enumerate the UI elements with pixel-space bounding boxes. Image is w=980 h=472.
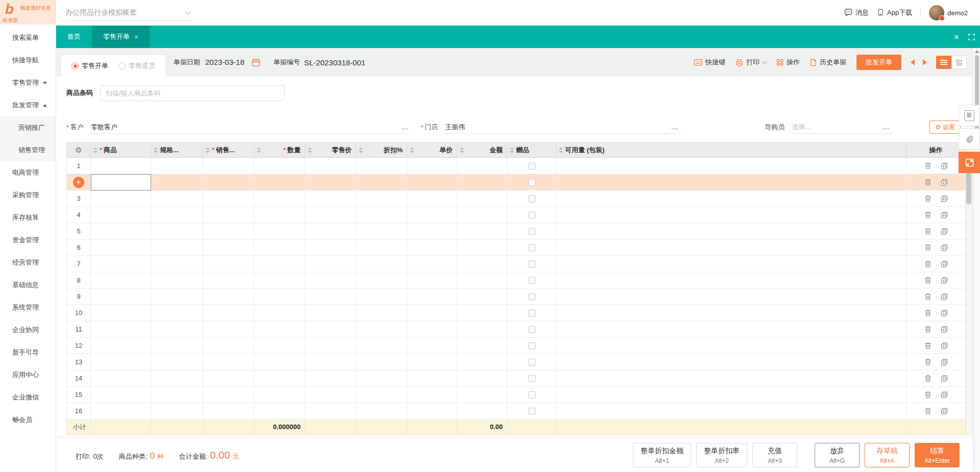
row-number[interactable]: 13 [66,354,91,370]
cell-r4-c1[interactable] [91,207,151,223]
app-download-button[interactable]: App下载 [877,8,912,18]
column-header-2[interactable]: 规格... [151,142,203,158]
row-number[interactable]: 6 [66,240,91,256]
cell-r1-c3[interactable] [203,158,254,174]
copy-row-icon[interactable] [941,211,948,219]
cell-r15-c5[interactable] [305,387,356,403]
wholesale-billing-button[interactable]: 批发开单 [856,55,901,70]
row-number[interactable]: 16 [66,403,91,419]
sidebar-item-17[interactable]: 畅会员 [0,409,56,431]
sidebar-item-12[interactable]: 系统管理 [0,296,56,319]
cell-r13-c11[interactable] [906,354,966,370]
attachment-button[interactable] [959,128,980,150]
cell-r9-c6[interactable] [356,289,407,305]
cell-r7-c2[interactable] [151,256,203,272]
cell-r8-c9[interactable] [507,272,556,289]
close-icon[interactable]: × [134,33,138,41]
row-number[interactable]: 11 [66,321,91,338]
cell-r13-c2[interactable] [151,354,203,370]
cell-r14-c2[interactable] [151,370,203,387]
sort-carets-icon[interactable] [460,147,464,153]
cell-r12-c10[interactable] [556,338,906,354]
cell-r1-c5[interactable] [305,158,356,174]
cell-r3-c8[interactable] [457,191,507,207]
settings-button[interactable]: ⚙ 设置 [929,121,961,134]
app-logo[interactable]: b 畅捷通好生意 标准版 [0,0,56,25]
cell-r11-c8[interactable] [457,321,507,338]
cell-r15-c2[interactable] [151,387,203,403]
copy-row-icon[interactable] [941,293,948,300]
account-set-dropdown[interactable]: 办公用品行业模拟账套 [65,5,192,21]
delete-row-icon[interactable] [924,407,932,415]
cell-r14-c8[interactable] [457,370,507,387]
cell-r12-c2[interactable] [151,338,203,354]
cell-r1-c7[interactable] [407,158,457,174]
row-number[interactable]: 1 [66,158,91,174]
cell-r2-c9[interactable] [507,174,556,191]
delete-row-icon[interactable] [924,244,932,251]
gift-checkbox[interactable] [528,293,535,300]
row-number[interactable]: 4 [66,207,91,223]
copy-row-icon[interactable] [941,261,948,268]
cell-r2-c1[interactable] [91,174,151,191]
gift-checkbox[interactable] [528,408,535,415]
cell-r8-c1[interactable] [91,272,151,289]
copy-row-icon[interactable] [941,408,948,415]
cell-r11-c7[interactable] [407,321,457,338]
cell-r5-c7[interactable] [407,223,457,240]
cell-r2-c2[interactable] [151,174,203,191]
cell-r7-c1[interactable] [91,256,151,272]
cell-r3-c10[interactable] [556,191,906,207]
cell-r15-c11[interactable] [906,387,966,403]
copy-row-icon[interactable] [941,359,948,366]
sort-carets-icon[interactable] [154,147,158,153]
cell-r4-c7[interactable] [407,207,457,223]
row-number[interactable]: 10 [66,305,91,321]
sidebar-item-8[interactable]: 库存核算 [0,206,56,229]
cell-r9-c1[interactable] [91,289,151,305]
cell-r3-c6[interactable] [356,191,407,207]
sidebar-item-4[interactable]: 营销推广 [0,116,56,139]
delete-row-icon[interactable] [924,293,932,300]
table-scrollbar-track[interactable] [966,240,972,256]
row-number[interactable]: 12 [66,338,91,354]
cell-r16-c10[interactable] [556,403,906,419]
cell-r1-c10[interactable] [556,158,906,174]
footer-button-2[interactable]: 充值Alt+3 [752,443,797,467]
cell-r10-c2[interactable] [151,305,203,321]
sort-carets-icon[interactable] [206,147,210,153]
cell-r12-c7[interactable] [407,338,457,354]
cell-r2-c3[interactable] [203,174,254,191]
table-scrollbar-track[interactable] [966,289,972,305]
cell-r3-c2[interactable] [151,191,203,207]
cell-r10-c8[interactable] [457,305,507,321]
cell-r14-c11[interactable] [906,370,966,387]
sidebar-item-6[interactable]: 电商管理 [0,161,56,184]
sort-carets-icon[interactable] [257,147,261,153]
cell-r9-c11[interactable] [906,289,966,305]
cell-r3-c7[interactable] [407,191,457,207]
cell-r7-c9[interactable] [507,256,556,272]
cell-r16-c1[interactable] [91,403,151,419]
cell-r13-c9[interactable] [507,354,556,370]
cell-r11-c4[interactable] [254,321,305,338]
gear-icon[interactable]: ⚙ [75,146,82,155]
cell-r14-c10[interactable] [556,370,906,387]
gift-checkbox[interactable] [528,342,535,349]
column-header-3[interactable]: *销售... [203,142,254,158]
gift-checkbox[interactable] [528,162,535,170]
cell-r16-c3[interactable] [203,403,254,419]
cell-r10-c3[interactable] [203,305,254,321]
row-number[interactable]: 9 [66,289,91,305]
cell-r6-c9[interactable] [507,240,556,256]
delete-row-icon[interactable] [924,276,932,284]
cell-r8-c11[interactable] [906,272,966,289]
cell-r13-c7[interactable] [407,354,457,370]
cell-r4-c6[interactable] [356,207,407,223]
copy-row-icon[interactable] [941,391,948,398]
store-picker-icon[interactable]: ... [671,123,678,131]
sort-carets-icon[interactable] [410,147,414,153]
cell-r1-c4[interactable] [254,158,305,174]
cell-r10-c6[interactable] [356,305,407,321]
footer-button-5[interactable]: 结算Alt+Enter [915,443,960,467]
